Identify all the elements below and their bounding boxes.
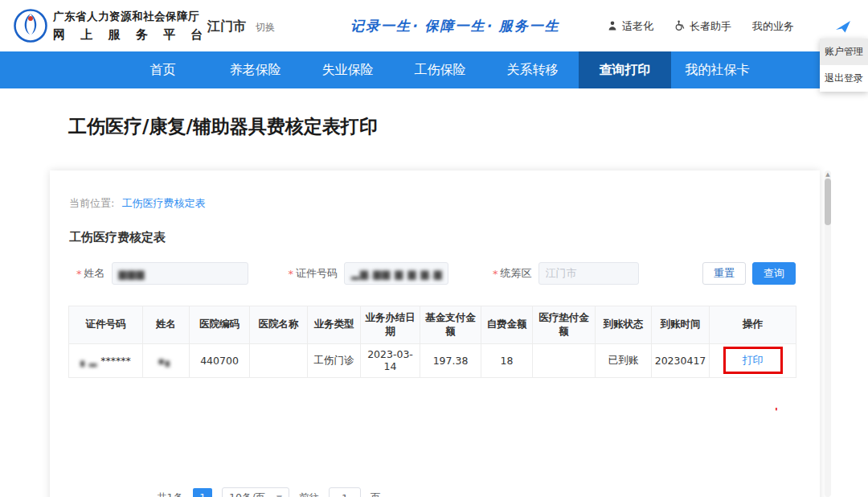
content-card: 当前位置: 工伤医疗费核定表 工伤医疗费核定表 * 姓名 ▆▆▆ * 证件号码 … (50, 170, 820, 497)
name-input[interactable]: ▆▆▆ (112, 262, 248, 285)
chevron-down-icon: ▼ (276, 494, 282, 497)
col-hospital-name: 医院名称 (250, 306, 308, 344)
elder-mode-icon (607, 20, 618, 34)
cell-hospital-code: 440700 (190, 343, 250, 377)
col-business-type: 业务类型 (308, 306, 361, 344)
required-mark: * (76, 268, 82, 280)
float-widget-icon[interactable] (834, 19, 852, 34)
page-title: 工伤医疗/康复/辅助器具费核定表打印 (68, 114, 868, 139)
goto-suffix: 页 (371, 491, 381, 497)
scrollbar-track[interactable]: ▲ (825, 170, 831, 497)
table-row: ▖▂ ****** ▪▖ 440700 工伤门诊 2023-03-14 197.… (69, 343, 796, 377)
region-label: 统筹区 (501, 266, 532, 281)
id-number-input[interactable]: ▂▆.▆▆ ▆ ▆ ▆.▆ (344, 262, 448, 285)
col-arrival-time: 到账时间 (652, 306, 710, 344)
col-id-number: 证件号码 (69, 306, 143, 344)
col-finish-date: 业务办结日期 (361, 306, 420, 344)
cell-name: ▪▖ (143, 343, 190, 377)
table-header-row: 证件号码 姓名 医院编码 医院名称 业务类型 业务办结日期 基金支付金额 自费金… (69, 306, 796, 344)
query-button[interactable]: 查询 (752, 262, 796, 285)
city-selector: 江门市 切换 (207, 18, 275, 35)
nav-item-pension[interactable]: 养老保险 (209, 51, 301, 88)
goto-page-input[interactable]: 1 (329, 487, 361, 497)
pagination: 共1条 1 10条/页 ▼ 前往 1 页 (157, 487, 381, 497)
page-size-select[interactable]: 10条/页 ▼ (222, 487, 289, 497)
menu-item-account-management[interactable]: 账户管理 (820, 39, 868, 65)
col-action: 操作 (710, 306, 796, 344)
org-logo-icon (13, 8, 48, 43)
cell-advance-amount (533, 343, 596, 377)
menu-item-logout[interactable]: 退出登录 (820, 65, 868, 92)
my-business-link[interactable]: 我的业务 (752, 19, 794, 34)
breadcrumb-label: 当前位置: (69, 197, 114, 209)
breadcrumb-link[interactable]: 工伤医疗费核定表 (122, 197, 206, 209)
name-label: 姓名 (84, 266, 105, 281)
nav-item-home[interactable]: 首页 (117, 51, 209, 88)
results-table: 证件号码 姓名 医院编码 医院名称 业务类型 业务办结日期 基金支付金额 自费金… (68, 306, 796, 378)
col-arrival-status: 到账状态 (596, 306, 652, 344)
breadcrumb: 当前位置: 工伤医疗费核定表 (69, 196, 206, 211)
cell-finish-date: 2023-03-14 (361, 343, 420, 377)
elder-helper-icon (674, 20, 686, 34)
org-name-line1: 广东省人力资源和社会保障厅 (53, 10, 208, 24)
print-link[interactable]: 打印 (743, 353, 764, 368)
col-self-amount: 自费金额 (481, 306, 533, 344)
pagination-total: 共1条 (157, 491, 183, 497)
id-number-label: 证件号码 (296, 266, 338, 281)
elder-mode-link[interactable]: 适老化 (607, 19, 653, 34)
col-hospital-code: 医院编码 (190, 306, 250, 344)
city-name: 江门市 (207, 18, 246, 34)
required-mark: * (289, 268, 294, 280)
org-name-line2: 网 上 服 务 平 台 (53, 27, 208, 43)
cell-id-number: ▖▂ ****** (69, 343, 143, 377)
cell-hospital-name (250, 343, 308, 377)
red-artifact-mark: ' (775, 405, 778, 417)
elder-helper-link[interactable]: 长者助手 (674, 19, 731, 34)
cell-arrival-time: 20230417 (652, 343, 710, 377)
slogan: 记录一生· 保障一生· 服务一生 (350, 17, 560, 35)
header-links: 适老化 长者助手 我的业务 (607, 19, 794, 34)
nav-item-query-print[interactable]: 查询打印 (579, 51, 671, 88)
pagination-page-1[interactable]: 1 (193, 488, 212, 497)
col-advance-amount: 医疗垫付金额 (533, 306, 596, 344)
print-highlight-box: 打印 (723, 347, 783, 374)
cell-fund-amount: 197.38 (420, 343, 481, 377)
cell-self-amount: 18 (481, 343, 533, 377)
nav-item-transfer[interactable]: 关系转移 (486, 51, 579, 88)
nav-item-social-card[interactable]: 我的社保卡 (671, 51, 764, 88)
account-menu: 账户管理 退出登录 (820, 39, 868, 92)
reset-button[interactable]: 重置 (702, 262, 746, 285)
city-switch-link[interactable]: 切换 (256, 22, 275, 33)
section-title: 工伤医疗费核定表 (69, 230, 166, 245)
region-input[interactable]: 江门市 (538, 262, 639, 285)
nav-item-work-injury[interactable]: 工伤保险 (394, 51, 486, 88)
top-header: 广东省人力资源和社会保障厅 网 上 服 务 平 台 江门市 切换 记录一生· 保… (0, 0, 868, 51)
required-mark: * (493, 268, 498, 280)
col-fund-amount: 基金支付金额 (420, 306, 481, 344)
cell-arrival-status: 已到账 (596, 343, 652, 377)
main-nav: 首页 养老保险 失业保险 工伤保险 关系转移 查询打印 我的社保卡 (0, 51, 868, 88)
cell-business-type: 工伤门诊 (308, 343, 361, 377)
col-name: 姓名 (143, 306, 190, 344)
scrollbar-up-arrow-icon[interactable]: ▲ (825, 171, 831, 178)
org-name: 广东省人力资源和社会保障厅 网 上 服 务 平 台 (53, 10, 208, 43)
scrollbar-thumb[interactable] (825, 179, 831, 225)
goto-label: 前往 (299, 491, 319, 497)
query-form: * 姓名 ▆▆▆ * 证件号码 ▂▆.▆▆ ▆ ▆ ▆.▆ * 统筹区 江门市 … (76, 262, 796, 285)
cell-action: 打印 (710, 343, 796, 377)
nav-item-unemployment[interactable]: 失业保险 (301, 51, 394, 88)
